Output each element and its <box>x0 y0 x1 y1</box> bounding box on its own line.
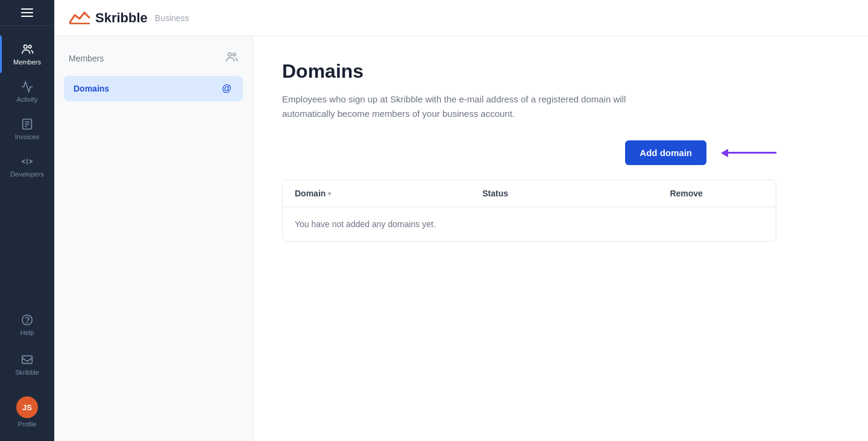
arrow-shaft <box>728 152 776 154</box>
svg-point-13 <box>233 53 236 56</box>
sidebar-header <box>0 0 54 26</box>
second-panel-title: Members <box>69 54 104 63</box>
skribble-icon <box>20 353 34 366</box>
column-remove-label: Remove <box>670 189 702 198</box>
column-remove: Remove <box>670 189 764 198</box>
sub-nav-domains-label: Domains <box>74 84 109 93</box>
arrow-annotation <box>721 149 776 157</box>
menu-icon[interactable] <box>21 8 33 17</box>
svg-point-1 <box>28 45 31 48</box>
domain-table-body: You have not added any domains yet. <box>283 207 776 241</box>
sidebar-item-developers-label: Developers <box>10 170 44 178</box>
sidebar-item-help[interactable]: Help <box>0 306 54 343</box>
svg-point-8 <box>27 322 28 323</box>
second-panel-header: Members <box>64 51 243 66</box>
empty-message: You have not added any domains yet. <box>283 207 776 241</box>
brand-sub: Business <box>155 13 189 23</box>
add-domain-row: Add domain <box>282 140 776 165</box>
sidebar-item-invoices[interactable]: Invoices <box>0 110 54 148</box>
sidebar-item-help-label: Help <box>20 329 34 336</box>
sort-icon: ▾ <box>328 190 331 197</box>
profile-label: Profile <box>17 421 36 428</box>
avatar[interactable]: JS <box>16 396 38 418</box>
column-domain-label: Domain <box>295 189 326 198</box>
column-status-label: Status <box>482 189 508 198</box>
sidebar-item-activity-label: Activity <box>17 96 38 103</box>
content-area: Members Domains @ <box>54 36 868 441</box>
logo-area: Skribble Business <box>69 10 189 26</box>
members-panel-icon <box>225 51 238 66</box>
add-domain-button[interactable]: Add domain <box>625 140 706 165</box>
column-status: Status <box>482 189 670 198</box>
activity-nav-icon <box>20 80 34 93</box>
logo-icon <box>69 10 90 26</box>
sidebar-item-developers[interactable]: Developers <box>0 148 54 185</box>
svg-point-0 <box>24 45 28 49</box>
column-domain[interactable]: Domain ▾ <box>295 189 482 198</box>
right-section: Skribble Business Members <box>54 0 868 441</box>
domain-table: Domain ▾ Status Remove You have not adde… <box>282 180 776 242</box>
arrow-head <box>721 149 728 157</box>
svg-line-10 <box>84 13 89 17</box>
members-nav-icon <box>20 43 34 56</box>
at-icon: @ <box>220 82 233 95</box>
sidebar-bottom: Help Skribble JS Profile <box>0 306 54 441</box>
svg-rect-9 <box>22 356 33 364</box>
domain-table-header: Domain ▾ Status Remove <box>283 180 776 207</box>
brand-name: Skribble <box>95 10 148 26</box>
sidebar-item-members-label: Members <box>13 58 41 66</box>
sidebar-item-skribble[interactable]: Skribble <box>0 346 54 383</box>
sidebar-item-invoices-label: Invoices <box>15 133 39 140</box>
page-description: Employees who sign up at Skribble with t… <box>282 92 632 121</box>
top-bar: Skribble Business <box>54 0 868 36</box>
second-panel: Members Domains @ <box>54 36 253 441</box>
sidebar-item-skribble-label: Skribble <box>15 369 39 376</box>
sub-nav-domains[interactable]: Domains @ <box>64 76 243 101</box>
sidebar: Members Activity Invoices <box>0 0 54 441</box>
sidebar-nav: Members Activity Invoices <box>0 26 54 306</box>
sidebar-item-members[interactable]: Members <box>0 36 54 73</box>
main-content: Domains Employees who sign up at Skribbl… <box>253 36 868 441</box>
sidebar-item-profile[interactable]: JS Profile <box>0 389 54 435</box>
developers-nav-icon <box>20 155 34 168</box>
sidebar-item-activity[interactable]: Activity <box>0 73 54 110</box>
page-title: Domains <box>282 60 839 83</box>
help-icon <box>20 313 34 327</box>
svg-point-12 <box>228 53 232 57</box>
invoices-nav-icon <box>20 117 34 131</box>
